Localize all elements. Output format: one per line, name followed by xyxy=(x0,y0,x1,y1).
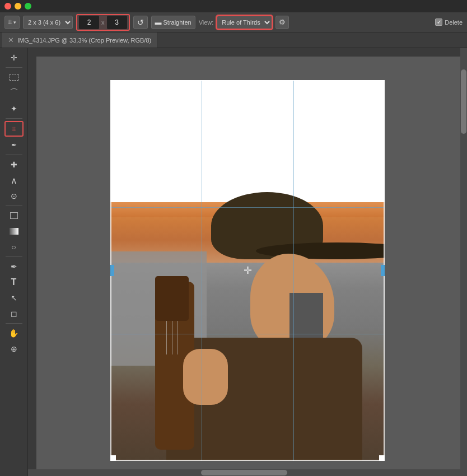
clone-icon: ⊙ xyxy=(11,192,17,200)
brush-icon: ∧ xyxy=(11,175,17,186)
eraser-tool[interactable] xyxy=(4,208,24,223)
hand-tool[interactable]: ✋ xyxy=(4,326,24,340)
dimension-inputs: x xyxy=(76,14,130,31)
view-label: View: xyxy=(199,19,214,26)
settings-btn[interactable]: ⚙ xyxy=(275,16,289,29)
path-select-icon: ↖ xyxy=(11,293,17,302)
straighten-icon: ▬ xyxy=(155,18,162,26)
shape-icon: ◻ xyxy=(11,309,17,318)
vertical-scrollbar[interactable] xyxy=(460,48,467,476)
left-ruler xyxy=(28,48,36,476)
eraser-icon xyxy=(10,212,18,219)
crop-image: ✛ xyxy=(110,80,385,461)
crop-tool-icon: ⌗ xyxy=(12,124,16,134)
top-ruler xyxy=(36,48,460,57)
move-icon: ✛ xyxy=(11,53,17,62)
width-input[interactable] xyxy=(79,16,99,29)
minimize-button[interactable] xyxy=(15,3,21,10)
crop-dropdown-icon: ▾ xyxy=(13,20,16,25)
tool-divider-1 xyxy=(6,67,22,68)
rotate-icon: ↺ xyxy=(137,18,144,27)
eyedropper-tool[interactable]: ✒ xyxy=(4,138,24,152)
straighten-label: Straighten xyxy=(164,19,192,26)
type-icon: T xyxy=(11,277,17,287)
delete-label: Delete xyxy=(445,19,463,26)
marquee-tool[interactable] xyxy=(4,70,24,85)
quick-select-tool[interactable]: ✦ xyxy=(4,101,24,116)
doc-tab-close[interactable]: ✕ xyxy=(8,36,14,44)
hand-icon: ✋ xyxy=(9,329,18,338)
zoom-tool[interactable]: ⊕ xyxy=(4,342,24,356)
traffic-lights xyxy=(4,3,31,10)
vertical-scrollbar-thumb[interactable] xyxy=(461,69,466,134)
doc-tab-title: IMG_4314.JPG @ 33,3% (Crop Preview, RGB/… xyxy=(17,37,151,44)
tool-divider-6 xyxy=(6,323,22,324)
title-bar xyxy=(0,0,467,12)
path-select-tool[interactable]: ↖ xyxy=(4,291,24,305)
hand xyxy=(183,349,228,405)
dodge-tool[interactable]: ○ xyxy=(4,240,24,254)
quick-select-icon: ✦ xyxy=(11,104,17,113)
zoom-icon: ⊕ xyxy=(11,344,17,353)
crosshair: ✛ xyxy=(242,265,253,276)
heal-tool[interactable]: ✚ xyxy=(4,157,24,172)
gradient-tool[interactable] xyxy=(4,224,24,239)
maximize-button[interactable] xyxy=(25,3,31,10)
x-separator: x xyxy=(101,19,105,26)
brush-tool[interactable]: ∧ xyxy=(4,173,24,188)
marquee-icon xyxy=(10,74,18,81)
eyedropper-icon: ✒ xyxy=(11,141,17,149)
height-input[interactable] xyxy=(107,16,127,29)
dodge-icon: ○ xyxy=(11,242,16,251)
lasso-tool[interactable]: ⌒ xyxy=(4,86,24,100)
delete-checkbox[interactable]: ✓ xyxy=(435,18,442,26)
type-tool[interactable]: T xyxy=(4,275,24,290)
pen-tool[interactable]: ✒ xyxy=(4,259,24,274)
horizontal-scrollbar[interactable] xyxy=(28,469,460,476)
top-toolbar: ⌗ ▾ 2 x 3 (4 x 6) x ↺ ▬ Straighten View:… xyxy=(0,12,467,32)
view-select[interactable]: Rule of Thirds xyxy=(217,16,272,29)
shape-tool[interactable]: ◻ xyxy=(4,306,24,321)
left-toolbar: ✛ ⌒ ✦ ⌗ ✒ ✚ ∧ xyxy=(0,48,28,476)
heal-icon: ✚ xyxy=(11,160,17,169)
hat xyxy=(211,192,323,259)
rotate-btn[interactable]: ↺ xyxy=(133,16,148,29)
gear-icon: ⚙ xyxy=(279,18,286,26)
crop-container[interactable]: ✛ xyxy=(110,80,385,461)
tool-divider-5 xyxy=(6,256,22,257)
tool-divider-3 xyxy=(6,155,22,155)
straighten-btn[interactable]: ▬ Straighten xyxy=(151,16,195,29)
clone-tool[interactable]: ⊙ xyxy=(4,189,24,203)
delete-cropped-check[interactable]: ✓ Delete xyxy=(435,18,463,26)
crop-tool-btn[interactable]: ⌗ ▾ xyxy=(4,16,20,29)
lasso-icon: ⌒ xyxy=(10,87,18,99)
doc-tab[interactable]: ✕ IMG_4314.JPG @ 33,3% (Crop Preview, RG… xyxy=(2,32,157,48)
ratio-select[interactable]: 2 x 3 (4 x 6) xyxy=(23,16,73,29)
main-area: ✛ ⌒ ✦ ⌗ ✒ ✚ ∧ xyxy=(0,48,467,476)
canvas-area[interactable]: ✛ xyxy=(28,48,467,476)
crop-tool[interactable]: ⌗ xyxy=(4,121,24,137)
crop-icon: ⌗ xyxy=(8,17,12,27)
pen-icon: ✒ xyxy=(11,262,17,271)
tool-divider-2 xyxy=(6,118,22,119)
doc-tab-bar: ✕ IMG_4314.JPG @ 33,3% (Crop Preview, RG… xyxy=(0,32,467,48)
horizontal-scrollbar-thumb[interactable] xyxy=(201,470,287,475)
guitar-head xyxy=(155,276,189,321)
close-button[interactable] xyxy=(4,3,11,10)
gradient-icon xyxy=(10,228,18,235)
person xyxy=(138,181,334,461)
tool-divider-4 xyxy=(6,206,22,206)
move-tool[interactable]: ✛ xyxy=(4,50,24,65)
